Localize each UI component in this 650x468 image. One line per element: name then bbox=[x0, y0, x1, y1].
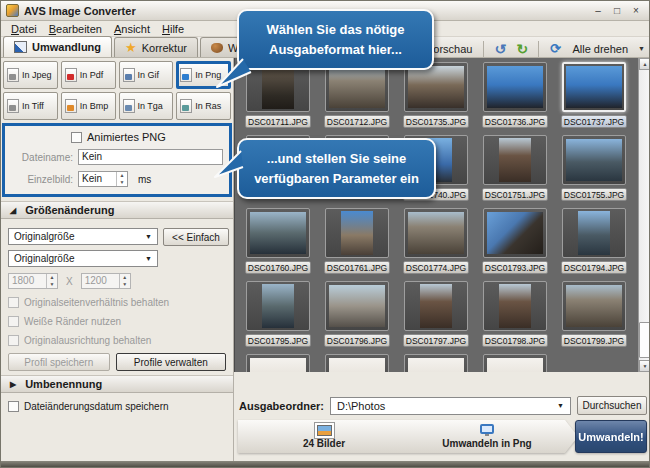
image-thumbnail[interactable]: DSC01712.JPG bbox=[320, 62, 394, 135]
format-in-jpeg-button[interactable]: In Jpeg bbox=[3, 61, 58, 89]
tab-label: Korrektur bbox=[142, 42, 187, 54]
vertical-scrollbar[interactable]: ▲ ▼ bbox=[638, 58, 650, 372]
animated-png-checkbox[interactable] bbox=[71, 132, 82, 143]
image-filename: DSC01774.JPG bbox=[403, 261, 469, 274]
convert-button[interactable]: Umwandeln! bbox=[575, 420, 647, 453]
image-filename: DSC01798.JPG bbox=[482, 334, 548, 347]
image-thumbnail[interactable]: DSC01795.JPG bbox=[241, 281, 315, 354]
image-thumbnail[interactable]: DSC01735.JPG bbox=[399, 62, 473, 135]
conversion-status-bar: 24 Bilder Umwandeln in Png Umwandeln! bbox=[238, 420, 647, 454]
convert-action-step: Umwandeln in Png bbox=[396, 420, 578, 453]
output-format-grid: In JpegIn PdfIn GifIn PngIn TiffIn BmpIn… bbox=[3, 61, 231, 120]
tab-umwandlung[interactable]: Umwandlung bbox=[3, 36, 112, 57]
filename-input[interactable]: Kein bbox=[78, 149, 223, 165]
simple-mode-button[interactable]: << Einfach bbox=[163, 228, 229, 246]
image-thumbnail[interactable] bbox=[399, 354, 473, 372]
resize-section-header[interactable]: ◢ Größenänderung bbox=[1, 201, 233, 219]
image-filename: DSC01760.JPG bbox=[245, 261, 311, 274]
scroll-down-icon[interactable]: ▼ bbox=[639, 360, 650, 372]
keep-orientation-checkbox[interactable] bbox=[8, 335, 19, 346]
width-stepper[interactable]: 1800 ▲▼ bbox=[8, 273, 58, 289]
frame-label: Einzelbild: bbox=[11, 174, 73, 185]
keep-file-date-checkbox[interactable] bbox=[8, 401, 19, 412]
stepper-arrows[interactable]: ▲▼ bbox=[116, 172, 127, 186]
manage-profiles-button[interactable]: Profile verwalten bbox=[116, 353, 226, 371]
callout-tail bbox=[211, 55, 255, 93]
settings-panel: In JpegIn PdfIn GifIn PngIn TiffIn BmpIn… bbox=[1, 58, 234, 463]
thumbnail-frame bbox=[562, 135, 626, 185]
image-filename: DSC01761.JPG bbox=[324, 261, 390, 274]
animated-png-label: Animiertes PNG bbox=[87, 131, 166, 143]
image-count-label: 24 Bilder bbox=[303, 438, 345, 449]
image-thumbnail[interactable]: DSC01797.JPG bbox=[399, 281, 473, 354]
thumbnail-photo bbox=[578, 211, 610, 255]
image-thumbnail[interactable]: DSC01751.JPG bbox=[478, 135, 552, 208]
format-in-tiff-button[interactable]: In Tiff bbox=[3, 92, 58, 120]
menu-ansicht[interactable]: Ansicht bbox=[108, 23, 156, 35]
chevron-down-icon[interactable]: ▼ bbox=[638, 45, 645, 52]
close-button[interactable]: × bbox=[628, 4, 644, 17]
thumbnail-photo bbox=[408, 212, 464, 254]
frame-duration-stepper[interactable]: Kein ▲▼ bbox=[78, 171, 128, 187]
image-count-step: 24 Bilder bbox=[238, 420, 410, 453]
image-filename: DSC01735.JPG bbox=[403, 115, 469, 128]
format-label: In Bmp bbox=[80, 101, 109, 111]
output-folder-dropdown[interactable]: D:\Photos ▼ bbox=[330, 397, 571, 415]
image-thumbnail[interactable]: DSC01760.JPG bbox=[241, 208, 315, 281]
maximize-button[interactable]: □ bbox=[609, 4, 625, 17]
white-borders-label: Weiße Ränder nutzen bbox=[24, 316, 121, 327]
keep-aspect-ratio-checkbox[interactable] bbox=[8, 297, 19, 308]
rotate-left-icon[interactable]: ↺ bbox=[489, 40, 511, 58]
save-profile-button[interactable]: Profil speichern bbox=[8, 353, 110, 371]
format-in-ras-button[interactable]: In Ras bbox=[176, 92, 231, 120]
scroll-up-icon[interactable]: ▲ bbox=[639, 58, 650, 70]
scrollbar-thumb[interactable] bbox=[639, 322, 650, 358]
browse-button[interactable]: Durchsuchen bbox=[577, 396, 647, 415]
image-thumbnail[interactable]: DSC01774.JPG bbox=[399, 208, 473, 281]
size-preset-dropdown[interactable]: Originalgröße▼ bbox=[8, 228, 158, 245]
rename-section-header[interactable]: ▶ Umbenennung bbox=[1, 375, 233, 393]
image-thumbnail[interactable]: DSC01798.JPG bbox=[478, 281, 552, 354]
minimize-button[interactable]: – bbox=[590, 4, 606, 17]
format-in-bmp-button[interactable]: In Bmp bbox=[61, 92, 116, 120]
rotate-right-icon[interactable]: ↻ bbox=[511, 40, 533, 58]
format-in-tga-button[interactable]: In Tga bbox=[119, 92, 174, 120]
image-thumbnail[interactable]: DSC01793.JPG bbox=[478, 208, 552, 281]
format-in-gif-button[interactable]: In Gif bbox=[119, 61, 174, 89]
thumbnail-photo bbox=[499, 138, 531, 182]
menu-hilfe[interactable]: Hilfe bbox=[156, 23, 190, 35]
watermark-icon bbox=[211, 43, 223, 53]
image-thumbnail[interactable] bbox=[241, 354, 315, 372]
file-format-icon bbox=[7, 99, 19, 113]
image-thumbnail[interactable] bbox=[320, 354, 394, 372]
menu-datei[interactable]: Datei bbox=[5, 23, 43, 35]
image-thumbnail[interactable]: DSC01799.JPG bbox=[557, 281, 631, 354]
image-thumbnail[interactable]: DSC01761.JPG bbox=[320, 208, 394, 281]
image-thumbnail[interactable] bbox=[478, 354, 552, 372]
output-folder-value: D:\Photos bbox=[337, 400, 385, 412]
rotate-all-button[interactable]: Alle drehen bbox=[566, 43, 634, 55]
thumbnail-frame bbox=[325, 354, 389, 372]
file-format-icon bbox=[180, 68, 192, 82]
image-thumbnail[interactable]: DSC01796.JPG bbox=[320, 281, 394, 354]
stepper-arrows: ▲▼ bbox=[119, 274, 130, 288]
conversion-icon bbox=[14, 41, 27, 53]
size-preset-dropdown-2[interactable]: Originalgröße▼ bbox=[8, 250, 158, 267]
thumbnail-photo bbox=[566, 139, 622, 181]
image-thumbnail[interactable]: DSC01736.JPG bbox=[478, 62, 552, 135]
thumbnail-frame bbox=[325, 281, 389, 331]
menu-bearbeiten[interactable]: Bearbeiten bbox=[43, 23, 108, 35]
image-thumbnail[interactable]: DSC01755.JPG bbox=[557, 135, 631, 208]
callout-tail bbox=[211, 149, 253, 187]
thumbnail-photo bbox=[487, 66, 543, 108]
white-borders-checkbox[interactable] bbox=[8, 316, 19, 327]
thumbnail-frame bbox=[246, 354, 310, 372]
image-thumbnail[interactable]: DSC01794.JPG bbox=[557, 208, 631, 281]
tab-label: Umwandlung bbox=[32, 41, 101, 53]
image-filename: DSC01793.JPG bbox=[482, 261, 548, 274]
image-thumbnail[interactable]: DSC01737.JPG bbox=[557, 62, 631, 135]
tab-korrektur[interactable]: ★ Korrektur bbox=[114, 37, 198, 57]
height-stepper[interactable]: 1200 ▲▼ bbox=[81, 273, 131, 289]
rotate-all-icon[interactable]: ⟳ bbox=[544, 40, 566, 58]
format-in-pdf-button[interactable]: In Pdf bbox=[61, 61, 116, 89]
